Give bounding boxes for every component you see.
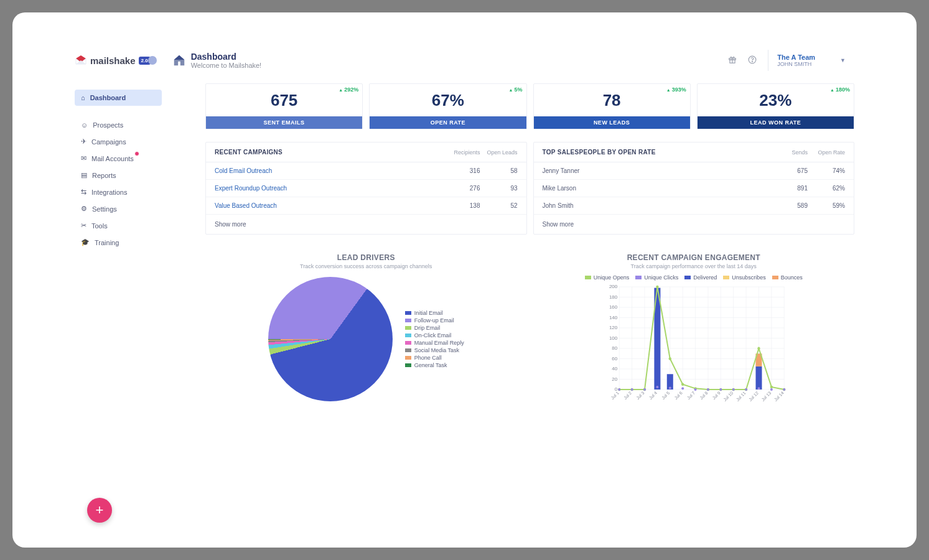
cell: 891 — [770, 185, 808, 192]
table-row: Mike Larson 891 62% — [534, 180, 854, 197]
cell: 59% — [808, 202, 845, 209]
gear-icon: ⚙ — [81, 205, 87, 213]
mailshake-logo-icon — [75, 55, 87, 65]
legend-label: Initial Email — [414, 310, 443, 316]
svg-text:Jul 14: Jul 14 — [773, 391, 784, 402]
campaign-link[interactable]: Cold Email Outreach — [215, 167, 443, 174]
link-icon: ⇆ — [81, 188, 86, 196]
table-row: Expert Roundup Outreach 276 93 — [206, 180, 526, 197]
svg-text:Jul 3: Jul 3 — [635, 391, 645, 400]
svg-point-65 — [681, 387, 684, 390]
kpi-lead-won-rate[interactable]: 180% 23% LEAD WON RATE — [697, 83, 854, 129]
table-header: TOP SALESPEOPLE BY OPEN RATE Sends Open … — [534, 142, 854, 162]
plus-icon: + — [96, 502, 104, 518]
engagement-legend: Unique Opens Unique Clicks Delivered Uns… — [533, 274, 855, 281]
col-open-rate: Open Rate — [808, 149, 845, 156]
nav-training[interactable]: 🎓 Training — [75, 234, 162, 251]
gift-icon[interactable] — [728, 55, 737, 66]
swatch-icon — [635, 276, 642, 279]
fab-add-button[interactable]: + — [87, 498, 112, 523]
kpi-label: NEW LEADS — [534, 116, 690, 129]
nav-label: Dashboard — [90, 94, 126, 101]
nav-label: Prospects — [93, 121, 123, 129]
campaign-link[interactable]: Value Based Outreach — [215, 202, 443, 209]
person-name: Jenny Tanner — [543, 167, 771, 174]
table-header: RECENT CAMPAIGNS Recipients Open Leads — [206, 142, 526, 162]
svg-point-71 — [757, 387, 760, 390]
svg-text:140: 140 — [609, 315, 617, 320]
kpi-delta: 393% — [666, 86, 686, 93]
brand-logo[interactable]: mailshake 2.0 — [75, 55, 157, 66]
legend-label: Unique Opens — [594, 274, 630, 281]
tables-row: RECENT CAMPAIGNS Recipients Open Leads C… — [205, 142, 854, 235]
users-icon: ☺ — [81, 121, 88, 129]
col-open-leads: Open Leads — [480, 149, 518, 156]
svg-text:120: 120 — [609, 325, 617, 330]
svg-point-60 — [618, 388, 620, 391]
kpi-sent-emails[interactable]: 292% 675 SENT EMAILS — [205, 83, 363, 129]
cell: 316 — [443, 167, 480, 174]
body: ⌂ Dashboard ☺ Prospects ✈ Campaigns ✉ Ma… — [75, 77, 854, 414]
kpi-row: 292% 675 SENT EMAILS 5% 67% OPEN RATE 39… — [205, 83, 854, 129]
svg-text:180: 180 — [609, 294, 617, 300]
send-icon: ✈ — [81, 138, 86, 146]
mail-icon: ✉ — [81, 154, 86, 162]
account-switcher[interactable]: The A Team JOHN SMITH ▼ — [768, 50, 854, 71]
kpi-value: 67% — [370, 84, 526, 116]
cell: 93 — [480, 185, 518, 192]
swatch-icon — [405, 356, 411, 360]
nav-settings[interactable]: ⚙ Settings — [75, 200, 162, 217]
legend-label: Unsubscribes — [732, 274, 766, 281]
page-title: Dashboard — [191, 52, 262, 62]
swatch-icon — [405, 311, 411, 315]
svg-text:Jul 10: Jul 10 — [722, 391, 734, 402]
user-name: JOHN SMITH — [777, 61, 815, 67]
cell: 74% — [808, 167, 845, 174]
svg-point-64 — [668, 387, 671, 390]
engagement-plot: 020406080100120140160180200Engagements B… — [533, 281, 855, 411]
person-name: Mike Larson — [543, 185, 771, 192]
swatch-icon — [585, 276, 591, 279]
pie-chart — [268, 277, 393, 401]
table-row: Cold Email Outreach 316 58 — [206, 162, 526, 180]
campaign-link[interactable]: Expert Roundup Outreach — [215, 185, 443, 192]
table-title: RECENT CAMPAIGNS — [215, 149, 443, 156]
pie-legend: Initial Email Follow-up Email Drip Email… — [405, 309, 464, 370]
table-row: John Smith 589 59% — [534, 197, 854, 215]
show-more-link[interactable]: Show more — [206, 215, 526, 234]
svg-rect-44 — [755, 366, 762, 390]
home-icon: ⌂ — [81, 94, 85, 101]
svg-point-72 — [770, 388, 772, 391]
page-subtitle: Welcome to Mailshake! — [191, 62, 262, 69]
kpi-new-leads[interactable]: 393% 78 NEW LEADS — [533, 83, 691, 129]
swatch-icon — [405, 334, 411, 337]
legend-label: Bounces — [781, 274, 803, 281]
nav-reports[interactable]: ▤ Reports — [75, 167, 162, 184]
nav-prospects[interactable]: ☺ Prospects — [75, 117, 162, 133]
nav-label: Reports — [92, 172, 116, 179]
show-more-link[interactable]: Show more — [534, 215, 854, 234]
person-name: John Smith — [543, 202, 771, 209]
svg-point-50 — [668, 357, 671, 360]
nav-dashboard[interactable]: ⌂ Dashboard — [75, 90, 162, 106]
cell: 52 — [480, 202, 518, 209]
kpi-delta: 5% — [509, 86, 523, 93]
chart-subtitle: Track conversion success across campaign… — [300, 263, 432, 269]
help-icon[interactable] — [748, 55, 757, 66]
kpi-open-rate[interactable]: 5% 67% OPEN RATE — [369, 83, 526, 129]
svg-text:Jul 9: Jul 9 — [711, 391, 721, 400]
table-row: Value Based Outreach 138 52 — [206, 197, 526, 215]
nav-label: Campaigns — [91, 138, 126, 146]
nav-mail-accounts[interactable]: ✉ Mail Accounts — [75, 150, 162, 167]
nav-campaigns[interactable]: ✈ Campaigns — [75, 133, 162, 150]
cell: 58 — [480, 167, 518, 174]
charts-row: LEAD DRIVERS Track conversion success ac… — [205, 253, 854, 414]
cell: 276 — [443, 185, 480, 192]
svg-text:160: 160 — [609, 304, 617, 310]
svg-text:Jul 6: Jul 6 — [673, 391, 683, 400]
legend-label: Phone Call — [414, 355, 442, 361]
svg-point-58 — [770, 386, 772, 388]
nav-tools[interactable]: ✂ Tools — [75, 217, 162, 234]
recent-campaigns-card: RECENT CAMPAIGNS Recipients Open Leads C… — [205, 142, 527, 235]
nav-integrations[interactable]: ⇆ Integrations — [75, 184, 162, 200]
